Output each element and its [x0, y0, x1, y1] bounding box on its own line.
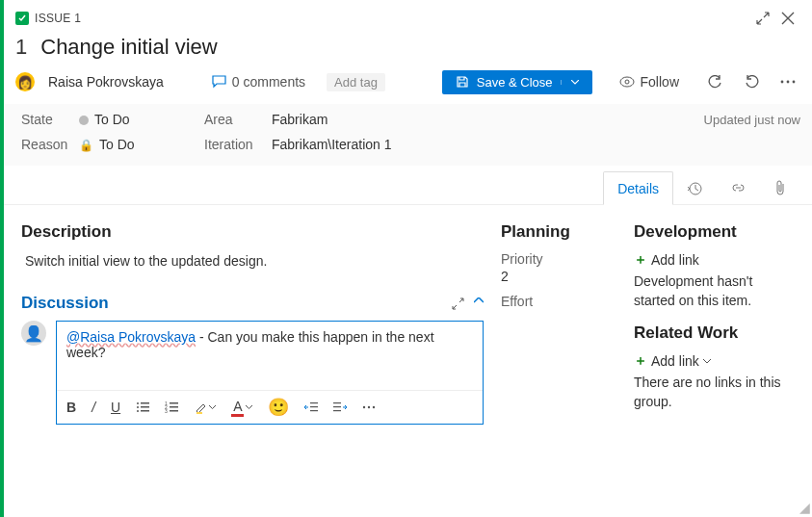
refresh-icon[interactable] [702, 69, 727, 94]
tab-history[interactable] [673, 171, 717, 204]
svg-rect-11 [141, 410, 149, 412]
resize-grip-icon[interactable]: ◢ [799, 500, 810, 515]
number-list-button[interactable]: 123 [165, 401, 178, 413]
reason-label: Reason [21, 137, 79, 152]
svg-rect-15 [170, 406, 178, 408]
underline-button[interactable]: U [111, 400, 120, 415]
italic-button[interactable]: / [92, 400, 95, 415]
comment-text-input[interactable]: @Raisa Pokrovskaya - Can you make this h… [57, 322, 483, 390]
add-tag-button[interactable]: Add tag [327, 73, 385, 91]
comment-icon [212, 75, 226, 89]
work-item-id: 1 [15, 35, 27, 60]
assignee-name[interactable]: Raisa Pokrovskaya [48, 74, 164, 90]
svg-point-3 [787, 81, 790, 84]
svg-rect-23 [333, 406, 341, 407]
svg-point-27 [373, 406, 375, 408]
comments-count[interactable]: 0 comments [212, 74, 305, 90]
discussion-expand-icon[interactable] [452, 297, 464, 310]
svg-text:3: 3 [165, 408, 168, 413]
close-icon[interactable] [775, 6, 800, 31]
related-text: There are no links in this group. [634, 374, 795, 411]
discussion-collapse-icon[interactable] [474, 297, 484, 310]
area-value[interactable]: Fabrikam [272, 112, 704, 127]
priority-value[interactable]: 2 [501, 269, 616, 284]
bullet-list-button[interactable] [136, 401, 149, 413]
related-heading: Related Work [634, 323, 795, 343]
save-dropdown-caret[interactable] [561, 80, 579, 85]
svg-rect-13 [170, 402, 178, 404]
emoji-button[interactable]: 🙂 [268, 397, 289, 418]
dev-add-link-button[interactable]: ＋ Add link [634, 251, 699, 269]
tab-links[interactable] [717, 171, 760, 204]
svg-rect-9 [141, 406, 149, 408]
svg-rect-20 [310, 406, 318, 407]
save-close-button[interactable]: Save & Close [442, 70, 592, 94]
svg-point-6 [137, 402, 139, 404]
eye-icon [619, 76, 635, 88]
assignee-avatar[interactable]: 👩 [15, 72, 35, 91]
svg-rect-24 [333, 410, 341, 411]
svg-point-1 [625, 80, 629, 84]
svg-point-26 [368, 406, 370, 408]
tab-details[interactable]: Details [603, 171, 673, 205]
iteration-value[interactable]: Fabrikam\Iteration 1 [272, 137, 704, 152]
chevron-down-icon [703, 359, 711, 364]
description-heading: Description [21, 222, 484, 242]
iteration-label: Iteration [204, 137, 272, 152]
bold-button[interactable]: B [66, 400, 76, 415]
save-icon [456, 75, 469, 89]
svg-point-0 [620, 77, 634, 87]
svg-rect-7 [141, 402, 149, 404]
state-label: State [21, 112, 79, 127]
work-item-title[interactable]: Change initial view [40, 35, 217, 60]
svg-rect-22 [333, 402, 341, 403]
svg-rect-17 [170, 410, 178, 412]
mention[interactable]: @Raisa Pokrovskaya [66, 329, 196, 345]
attachment-icon [774, 180, 786, 195]
svg-rect-19 [310, 402, 318, 403]
svg-point-2 [781, 81, 784, 84]
more-actions-icon[interactable] [775, 69, 800, 94]
effort-label: Effort [501, 294, 616, 309]
follow-button[interactable]: Follow [619, 74, 679, 90]
reason-value[interactable]: 🔒To Do [79, 137, 204, 152]
history-icon [688, 181, 702, 195]
development-heading: Development [634, 222, 795, 242]
more-format-icon[interactable] [362, 405, 376, 409]
expand-icon[interactable] [750, 6, 775, 31]
issue-type-icon [15, 12, 29, 25]
updated-text: Updated just now [704, 113, 800, 127]
planning-heading: Planning [501, 222, 616, 242]
link-icon [731, 181, 746, 195]
lock-icon: 🔒 [79, 139, 93, 152]
svg-rect-21 [310, 410, 318, 411]
related-add-link-button[interactable]: ＋ Add link [634, 352, 711, 370]
tab-attachments[interactable] [760, 171, 800, 204]
current-user-avatar: 👤 [21, 321, 46, 346]
development-text: Development hasn't started on this item. [634, 272, 795, 310]
comment-editor[interactable]: @Raisa Pokrovskaya - Can you make this h… [56, 321, 484, 425]
svg-point-25 [363, 406, 365, 408]
area-label: Area [204, 112, 272, 127]
plus-icon: ＋ [634, 251, 647, 269]
svg-point-8 [137, 406, 139, 408]
priority-label: Priority [501, 251, 616, 267]
svg-point-10 [137, 410, 139, 412]
state-value[interactable]: To Do [79, 112, 204, 127]
svg-rect-18 [196, 412, 202, 414]
highlight-button[interactable] [194, 401, 216, 414]
indent-button[interactable] [333, 401, 347, 413]
plus-icon: ＋ [634, 352, 647, 370]
outdent-button[interactable] [304, 401, 318, 413]
discussion-heading: Discussion [21, 294, 109, 313]
font-color-button[interactable]: A [231, 399, 252, 417]
undo-icon[interactable] [739, 69, 764, 94]
issue-type-label: ISSUE 1 [35, 12, 81, 25]
description-text[interactable]: Switch initial view to the updated desig… [21, 251, 484, 271]
svg-point-4 [793, 81, 796, 84]
